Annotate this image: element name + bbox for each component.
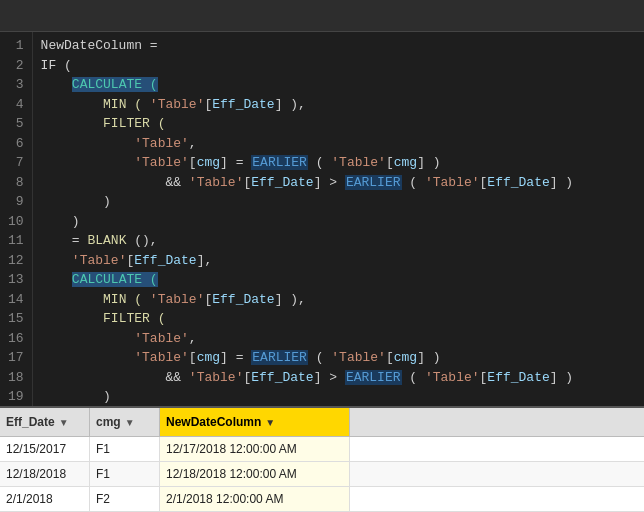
code-line: FILTER (: [41, 114, 636, 134]
code-editor: 123456789101112131415161718192021 NewDat…: [0, 32, 644, 406]
table-cell: F1: [90, 462, 160, 486]
code-token: &&: [165, 370, 188, 385]
code-token: (: [308, 350, 331, 365]
line-number: 10: [8, 212, 24, 232]
code-line: 'Table',: [41, 329, 636, 349]
line-number: 7: [8, 153, 24, 173]
code-token: 'Table': [134, 136, 189, 151]
sort-arrow-icon: ▼: [59, 417, 69, 428]
table-cell: 12/18/2018: [0, 462, 90, 486]
table-cell: F1: [90, 437, 160, 461]
code-token: EARLIER: [345, 175, 402, 190]
column-label: Eff_Date: [6, 415, 55, 429]
code-line: MIN ( 'Table'[Eff_Date] ),: [41, 95, 636, 115]
code-token: (),: [126, 233, 157, 248]
table-row: 2/1/2018F22/1/2018 12:00:00 AM: [0, 487, 644, 512]
table-cell: 12/15/2017: [0, 437, 90, 461]
code-token: CALCULATE (: [72, 272, 158, 287]
code-token: Eff_Date: [487, 370, 549, 385]
code-token: EARLIER: [251, 155, 308, 170]
code-line: ): [41, 192, 636, 212]
code-token: ] ),: [275, 97, 306, 112]
code-token: [: [386, 155, 394, 170]
code-token: ): [72, 214, 80, 229]
line-number: 9: [8, 192, 24, 212]
code-token: ],: [197, 253, 213, 268]
code-token: ] ): [417, 350, 440, 365]
code-token: cmg: [197, 155, 220, 170]
code-token: ): [103, 194, 111, 209]
code-token: ,: [189, 331, 197, 346]
code-token: Eff_Date: [212, 292, 274, 307]
code-token: 'Table': [425, 370, 480, 385]
code-token: 'Table': [72, 253, 127, 268]
sort-arrow-icon: ▼: [125, 417, 135, 428]
code-token: NewDateColumn =: [41, 38, 166, 53]
line-number: 12: [8, 251, 24, 271]
table-header-eff_date[interactable]: Eff_Date▼: [0, 408, 90, 436]
code-token: 'Table': [150, 292, 205, 307]
code-token: 'Table': [331, 155, 386, 170]
code-token: FILTER (: [103, 311, 165, 326]
line-number: 18: [8, 368, 24, 388]
code-token: Eff_Date: [134, 253, 196, 268]
code-line: = BLANK (),: [41, 231, 636, 251]
code-token: ] =: [220, 155, 251, 170]
sort-arrow-icon: ▼: [265, 417, 275, 428]
code-token: =: [72, 233, 88, 248]
line-number: 4: [8, 95, 24, 115]
code-token: Eff_Date: [251, 370, 313, 385]
code-token: 'Table': [134, 331, 189, 346]
code-token: [: [386, 350, 394, 365]
column-label: cmg: [96, 415, 121, 429]
code-token: 'Table': [189, 370, 244, 385]
table-header-new_date_col[interactable]: NewDateColumn▼: [160, 408, 350, 436]
code-token: BLANK: [87, 233, 126, 248]
line-number: 19: [8, 387, 24, 406]
table-cell: F2: [90, 487, 160, 511]
code-token: ] >: [314, 370, 345, 385]
table-cell: 2/1/2018: [0, 487, 90, 511]
table-cell: 2/1/2018 12:00:00 AM: [160, 487, 350, 511]
column-label: NewDateColumn: [166, 415, 261, 429]
line-number: 14: [8, 290, 24, 310]
code-line: && 'Table'[Eff_Date] > EARLIER ( 'Table'…: [41, 368, 636, 388]
table-row: 12/18/2018F112/18/2018 12:00:00 AM: [0, 462, 644, 487]
code-token: ] >: [314, 175, 345, 190]
code-token: 'Table': [189, 175, 244, 190]
line-number: 15: [8, 309, 24, 329]
code-line: 'Table',: [41, 134, 636, 154]
code-token: 'Table': [150, 97, 205, 112]
code-token: ] ),: [275, 292, 306, 307]
code-token: IF (: [41, 58, 72, 73]
table-header-row: Eff_Date▼cmg▼NewDateColumn▼: [0, 408, 644, 437]
code-line: CALCULATE (: [41, 75, 636, 95]
code-token: [: [189, 350, 197, 365]
table-body: 12/15/2017F112/17/2018 12:00:00 AM12/18/…: [0, 437, 644, 512]
code-line: 'Table'[cmg] = EARLIER ( 'Table'[cmg] ): [41, 348, 636, 368]
code-token: [: [189, 155, 197, 170]
line-number: 1: [8, 36, 24, 56]
code-token: (: [402, 370, 425, 385]
table-header-cmg[interactable]: cmg▼: [90, 408, 160, 436]
code-content[interactable]: NewDateColumn = IF ( CALCULATE ( MIN ( '…: [33, 32, 644, 406]
code-token: ] ): [417, 155, 440, 170]
line-number: 3: [8, 75, 24, 95]
code-token: ] ): [550, 175, 573, 190]
code-token: Eff_Date: [212, 97, 274, 112]
table-cell: 12/17/2018 12:00:00 AM: [160, 437, 350, 461]
code-token: FILTER (: [103, 116, 165, 131]
code-token: ): [103, 389, 111, 404]
line-number: 13: [8, 270, 24, 290]
code-line: ): [41, 212, 636, 232]
line-numbers: 123456789101112131415161718192021: [0, 32, 33, 406]
code-line: 'Table'[cmg] = EARLIER ( 'Table'[cmg] ): [41, 153, 636, 173]
code-token: MIN (: [103, 97, 150, 112]
code-token: ] =: [220, 350, 251, 365]
line-number: 6: [8, 134, 24, 154]
table-row: 12/15/2017F112/17/2018 12:00:00 AM: [0, 437, 644, 462]
formula-bar-toolbar: [0, 0, 644, 32]
line-number: 11: [8, 231, 24, 251]
code-line: && 'Table'[Eff_Date] > EARLIER ( 'Table'…: [41, 173, 636, 193]
code-token: 'Table': [425, 175, 480, 190]
